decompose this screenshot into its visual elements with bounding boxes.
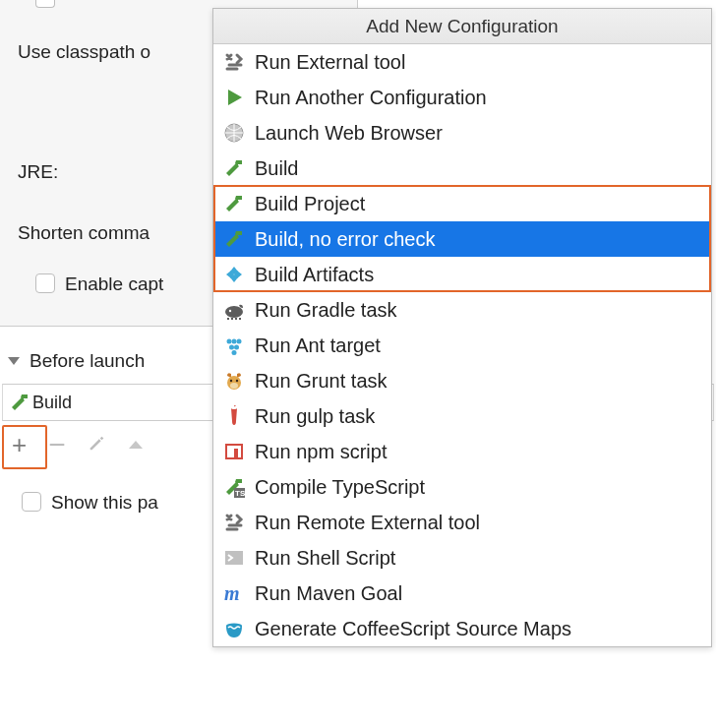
- hammer-icon: [223, 157, 245, 179]
- add-new-configuration-popup: Add New Configuration Run External toolR…: [212, 8, 712, 647]
- enable-capture-label: Enable capt: [65, 273, 163, 294]
- popup-item-label: Run Maven Goal: [255, 582, 402, 605]
- shell-icon: [223, 547, 245, 569]
- popup-item[interactable]: Compile TypeScript: [213, 469, 711, 505]
- popup-item-label: Run External tool: [255, 51, 405, 74]
- before-launch-header[interactable]: Before launch: [8, 350, 145, 372]
- show-this-page-checkbox[interactable]: [22, 492, 41, 512]
- show-this-page-row[interactable]: Show this pa: [22, 492, 158, 514]
- popup-item[interactable]: Run Gradle task: [213, 292, 711, 328]
- npm-icon: [223, 441, 245, 462]
- checkbox-partial[interactable]: [35, 0, 55, 8]
- popup-item-label: Build Artifacts: [255, 264, 374, 286]
- popup-item[interactable]: Run npm script: [213, 434, 711, 469]
- popup-item[interactable]: Run Remote External tool: [213, 505, 711, 540]
- hammer-icon: [223, 228, 245, 250]
- grunt-icon: [223, 370, 245, 392]
- popup-item[interactable]: Build, no error check: [213, 221, 711, 257]
- popup-item-label: Run Ant target: [255, 334, 381, 357]
- popup-item-label: Build Project: [255, 193, 365, 215]
- gradle-icon: [223, 299, 245, 321]
- enable-capture-row[interactable]: Enable capt: [35, 273, 163, 295]
- coffee-icon: [223, 618, 245, 639]
- popup-item[interactable]: Build Project: [213, 186, 711, 221]
- add-button[interactable]: +: [12, 430, 27, 460]
- hammer-icon: [9, 392, 30, 413]
- maven-icon: [223, 582, 245, 604]
- tools-icon: [223, 51, 245, 73]
- popup-item[interactable]: Launch Web Browser: [213, 115, 711, 151]
- popup-item-label: Build: [255, 157, 298, 180]
- popup-item[interactable]: Run Shell Script: [213, 540, 711, 576]
- typescript-icon: [223, 476, 245, 498]
- popup-item[interactable]: Run gulp task: [213, 398, 711, 434]
- popup-item[interactable]: Run External tool: [213, 44, 711, 80]
- ant-icon: [223, 334, 245, 356]
- move-up-button[interactable]: [129, 441, 143, 449]
- play-icon: [223, 87, 245, 108]
- edit-button[interactable]: [88, 433, 107, 457]
- remove-button[interactable]: −: [48, 428, 66, 461]
- hammer-icon: [223, 193, 245, 214]
- before-launch-item-label: Build: [32, 393, 72, 413]
- popup-item[interactable]: Run Maven Goal: [213, 576, 711, 611]
- diamond-icon: [223, 264, 245, 285]
- popup-item-label: Run Remote External tool: [255, 512, 480, 534]
- popup-item-label: Run npm script: [255, 441, 388, 463]
- show-this-page-label: Show this pa: [51, 492, 158, 513]
- popup-item-label: Run Grunt task: [255, 370, 388, 393]
- shorten-command-label: Shorten comma: [18, 222, 149, 244]
- popup-item[interactable]: Run Another Configuration: [213, 80, 711, 115]
- popup-item-label: Run Another Configuration: [255, 87, 487, 109]
- popup-item-label: Run Shell Script: [255, 547, 395, 570]
- popup-item[interactable]: Build: [213, 151, 711, 186]
- use-classpath-label: Use classpath o: [18, 41, 150, 63]
- popup-item-label: Launch Web Browser: [255, 122, 443, 145]
- popup-item[interactable]: Generate CoffeeScript Source Maps: [213, 611, 711, 646]
- popup-item-label: Generate CoffeeScript Source Maps: [255, 618, 571, 640]
- popup-item-label: Compile TypeScript: [255, 476, 425, 499]
- popup-item-label: Run Gradle task: [255, 299, 397, 322]
- collapse-triangle-icon: [8, 357, 20, 365]
- popup-item[interactable]: Build Artifacts: [213, 257, 711, 292]
- jre-label: JRE:: [18, 161, 58, 183]
- before-launch-label: Before launch: [30, 350, 145, 372]
- tools-icon: [223, 512, 245, 533]
- popup-item-label: Run gulp task: [255, 405, 375, 428]
- gulp-icon: [223, 405, 245, 427]
- enable-capture-checkbox[interactable]: [35, 273, 55, 293]
- globe-icon: [223, 122, 245, 144]
- popup-item-label: Build, no error check: [255, 228, 435, 251]
- popup-item[interactable]: Run Ant target: [213, 328, 711, 363]
- popup-title: Add New Configuration: [213, 9, 711, 44]
- popup-item[interactable]: Run Grunt task: [213, 363, 711, 398]
